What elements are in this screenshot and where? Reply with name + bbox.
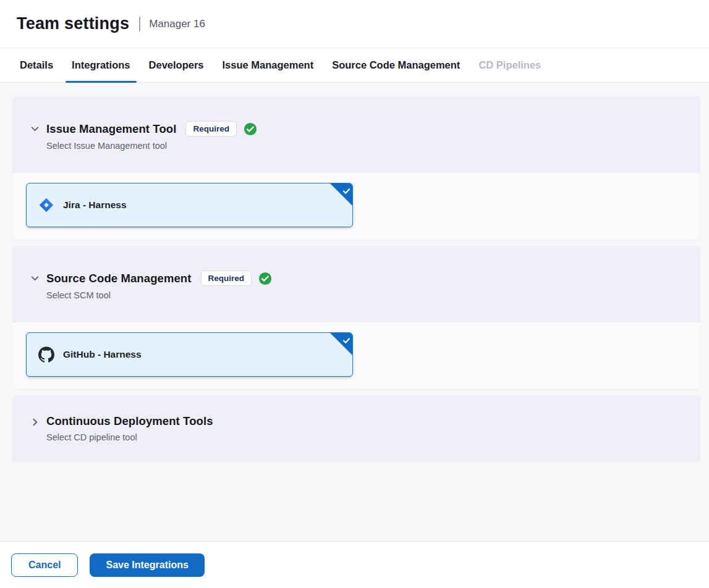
selected-check-icon — [342, 335, 350, 346]
section-subtitle: Select CD pipeline tool — [46, 432, 213, 442]
section-issue-management-header[interactable]: Issue Management Tool Required Select Is… — [12, 96, 700, 173]
section-source-code-management: Source Code Management Required Select S… — [12, 246, 700, 389]
tab-issue-management[interactable]: Issue Management — [216, 48, 320, 82]
section-title: Continuous Deployment Tools — [46, 414, 213, 428]
tool-card-github[interactable]: GitHub - Harness — [26, 332, 353, 377]
tab-details[interactable]: Details — [14, 48, 59, 82]
required-badge: Required — [185, 121, 237, 136]
tab-bar: Details Integrations Developers Issue Ma… — [0, 48, 709, 83]
check-circle-icon — [244, 122, 257, 136]
section-subtitle: Select Issue Management tool — [46, 141, 257, 151]
chevron-down-icon[interactable] — [30, 273, 40, 286]
tab-cd-pipelines: CD Pipelines — [472, 48, 547, 82]
section-subtitle: Select SCM tool — [46, 290, 272, 300]
jira-icon — [38, 197, 54, 213]
save-integrations-button[interactable]: Save Integrations — [90, 553, 204, 577]
cancel-button[interactable]: Cancel — [11, 553, 78, 577]
page-header: Team settings Manager 16 — [0, 0, 709, 48]
tab-source-code-management[interactable]: Source Code Management — [326, 48, 466, 82]
tab-developers[interactable]: Developers — [143, 48, 210, 82]
section-cd-header[interactable]: Continuous Deployment Tools Select CD pi… — [12, 395, 700, 461]
selected-check-icon — [342, 186, 350, 197]
tool-label: Jira - Harness — [63, 200, 127, 211]
chevron-down-icon[interactable] — [30, 124, 40, 136]
tab-integrations[interactable]: Integrations — [66, 48, 136, 82]
github-icon — [38, 346, 54, 363]
integrations-panel: Issue Management Tool Required Select Is… — [0, 83, 709, 541]
chevron-right-icon[interactable] — [30, 417, 40, 430]
section-continuous-deployment-tools: Continuous Deployment Tools Select CD pi… — [12, 395, 700, 461]
required-badge: Required — [201, 271, 252, 286]
page-title: Team settings — [17, 14, 129, 33]
section-title: Issue Management Tool — [46, 122, 176, 136]
section-issue-management-body: Jira - Harness — [12, 173, 700, 240]
check-circle-icon — [258, 272, 272, 285]
page-context-label: Manager 16 — [149, 18, 205, 30]
section-title: Source Code Management — [46, 272, 192, 285]
section-issue-management-tool: Issue Management Tool Required Select Is… — [12, 96, 700, 240]
tool-label: GitHub - Harness — [63, 349, 142, 360]
footer-action-bar: Cancel Save Integrations — [0, 541, 709, 588]
section-scm-body: GitHub - Harness — [12, 322, 700, 389]
title-divider — [139, 17, 140, 32]
section-scm-header[interactable]: Source Code Management Required Select S… — [12, 246, 700, 322]
tool-card-jira[interactable]: Jira - Harness — [26, 183, 353, 227]
